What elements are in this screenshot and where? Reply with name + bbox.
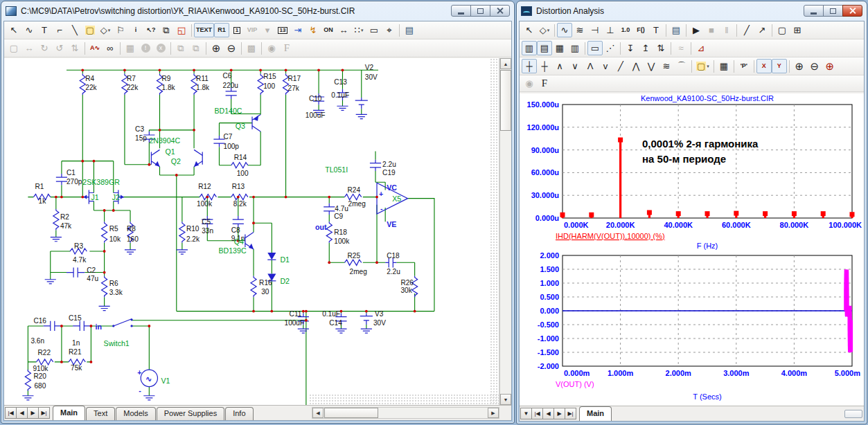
close-button[interactable] — [842, 5, 862, 17]
pan-mode-button[interactable]: ▩ — [244, 41, 259, 55]
cursor-right-button[interactable]: ┼ — [537, 59, 552, 73]
pin-connection-toggle[interactable]: ⇥ — [290, 23, 305, 37]
vertical-scrollbar[interactable]: ▲ ▼ — [499, 58, 511, 405]
plot-dense-grid-button[interactable]: ▦ — [552, 41, 567, 55]
p-key-button[interactable]: 'P' — [736, 59, 752, 73]
pause-button[interactable]: ‖ — [719, 23, 734, 37]
tab-first-button[interactable]: |◀ — [531, 408, 543, 419]
x-scale-button[interactable]: X — [756, 59, 772, 73]
font-button[interactable]: F — [279, 41, 294, 55]
font-button[interactable]: F — [537, 76, 552, 91]
zoom-in-button[interactable]: ⊕ — [792, 59, 807, 73]
title-block-toggle[interactable]: ⌖ — [382, 23, 397, 37]
tab-next-button[interactable]: ▶ — [553, 408, 565, 419]
scroll-up-button[interactable]: ▲ — [500, 58, 511, 69]
shape-tools[interactable]: ◇▾ — [98, 23, 113, 37]
close-button[interactable] — [490, 5, 510, 17]
vip-dropdown[interactable]: ▾ — [260, 23, 275, 37]
tab-prev-button[interactable]: ◀ — [542, 408, 554, 419]
flip-button[interactable]: ⇅ — [67, 41, 82, 55]
tracker-button[interactable]: ⋰ — [603, 41, 618, 55]
stretch-button[interactable]: ↔ — [21, 41, 37, 55]
tab-info[interactable]: Info — [225, 407, 253, 420]
rotate-button[interactable]: ↻ — [37, 41, 52, 55]
tab-models[interactable]: Models — [116, 407, 155, 420]
error-circle-button[interactable]: x — [153, 41, 168, 55]
find-part-button[interactable]: A∿ — [87, 41, 103, 55]
transient-plot[interactable]: 2.0001.5001.0000.5000.000-0.500-1.000-1.… — [521, 251, 863, 406]
vertical-scroll-thumb[interactable] — [500, 70, 511, 131]
graphics-mode-button[interactable]: ∿ — [557, 23, 572, 37]
stop-button[interactable]: ■ — [704, 23, 719, 37]
select-region-button[interactable]: ▢ — [6, 41, 21, 55]
properties-button[interactable]: ▤ — [668, 23, 684, 37]
plot-horizontal-stripes-button[interactable]: ▤ — [537, 41, 552, 55]
node-number-toggle[interactable]: 1 — [229, 23, 245, 37]
tab-next-button[interactable]: ▶ — [27, 407, 39, 419]
select-region-button[interactable]: ▢ — [774, 23, 790, 37]
schematic-drawing[interactable]: R422kR722kR91.8kR111.8kC6220uR15100R1727… — [4, 58, 499, 405]
plot-columns-button[interactable]: ▥ — [567, 41, 583, 55]
value-tag-button[interactable]: 1.0 — [618, 23, 633, 37]
tab-text[interactable]: Text — [86, 407, 115, 420]
info-tool[interactable]: i — [128, 23, 143, 37]
wire-mode-tool[interactable]: ∿ — [21, 23, 37, 37]
numeric-output-button[interactable]: ▦ — [716, 59, 732, 73]
restore-button[interactable] — [470, 5, 490, 17]
flyback-button[interactable]: ◉ — [522, 76, 537, 91]
tab-list-dropdown-button[interactable]: ▼ — [520, 408, 532, 419]
add-part-button[interactable]: ▢▾ — [694, 59, 711, 73]
scroll-left-button[interactable]: ◀ — [312, 408, 324, 418]
go-to-high-button[interactable]: Λ — [583, 59, 598, 73]
date-stamp-toggle[interactable]: 13 — [275, 23, 290, 37]
help-mode-tool[interactable]: ↖? — [143, 23, 159, 37]
current-probe-toggle[interactable]: ↯ — [305, 23, 321, 37]
text-tool[interactable]: T — [37, 23, 52, 37]
data-points-button[interactable]: ⊞ — [790, 23, 805, 37]
formula-tag-button[interactable]: F() — [633, 23, 648, 37]
tab-last-button[interactable]: ▶| — [38, 407, 50, 419]
properties-button[interactable]: ▤ — [402, 23, 417, 37]
y-scale-button[interactable]: Y — [772, 59, 787, 73]
horizontal-scrollbar[interactable]: ◀ ▶ — [312, 407, 499, 419]
ortho-wire-tool[interactable]: ⌐ — [52, 23, 67, 37]
vip-toggle[interactable]: VIP — [245, 23, 260, 37]
zoom-in-button[interactable]: ⊕ — [209, 41, 224, 55]
cursor-tag-both-button[interactable]: ⇅ — [653, 41, 668, 55]
grid-toggle[interactable]: ∷▾ — [351, 23, 366, 37]
line-tool[interactable]: ╲ — [67, 23, 82, 37]
scope-setup-button[interactable]: ⊿ — [693, 41, 709, 55]
zoom-out-button[interactable]: ⊖ — [807, 59, 822, 73]
zoom-area-button[interactable]: ⊕ — [822, 59, 838, 73]
attribute-display-toggle[interactable]: R1 — [214, 23, 229, 37]
restore-button[interactable] — [823, 5, 843, 17]
smoothing-button[interactable]: ≈ — [673, 41, 689, 55]
waveform-buffer-button[interactable]: ≋ — [572, 23, 587, 37]
horizontal-tag-button[interactable]: ⊣ — [587, 23, 603, 37]
browser-tool[interactable]: ⧉ — [159, 23, 174, 37]
info-circle-button[interactable]: ! — [138, 41, 153, 55]
design-browser-button[interactable]: ▦ — [123, 41, 138, 55]
go-to-peak-button[interactable]: ∧ — [552, 59, 567, 73]
go-to-low-button[interactable]: v — [598, 59, 613, 73]
scroll-down-button[interactable]: ▼ — [500, 394, 511, 405]
shape-tools[interactable]: ◇▾ — [537, 23, 552, 37]
tab-power-supplies[interactable]: Power Supplies — [157, 407, 224, 420]
cursor-tag-left-button[interactable]: ↧ — [623, 41, 638, 55]
go-to-valley-button[interactable]: ∨ — [567, 59, 583, 73]
copy-picture-button[interactable]: ⧉ — [173, 41, 188, 55]
schematic-canvas[interactable]: R422kR722kR91.8kR111.8kC6220uR15100R1727… — [4, 58, 499, 405]
tab-main[interactable]: Main — [579, 406, 612, 421]
zoom-out-button[interactable]: ⊖ — [224, 41, 239, 55]
single-panel-button[interactable]: ▭ — [587, 41, 603, 55]
cursor-tag-right-button[interactable]: ↥ — [638, 41, 653, 55]
select-tool[interactable]: ↖ — [522, 23, 537, 37]
run-button[interactable]: ▶ — [689, 23, 704, 37]
region-enable-tool[interactable]: ◱ — [174, 23, 189, 37]
text-tool[interactable]: T — [648, 23, 664, 37]
line-tool[interactable]: ╱ — [739, 23, 754, 37]
top-button[interactable]: ⌒ — [674, 59, 689, 73]
border-toggle[interactable]: ▭ — [366, 23, 382, 37]
scroll-right-button[interactable]: ▶ — [488, 408, 499, 418]
harmonics-plot[interactable]: 150.000u120.000u90.000u60.000u30.000u0.0… — [521, 93, 863, 250]
